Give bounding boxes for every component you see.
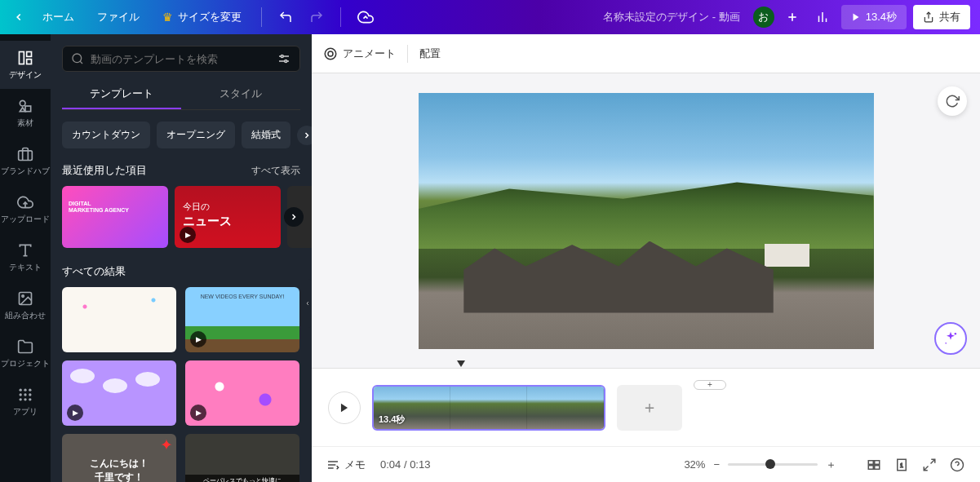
separator	[407, 45, 408, 63]
template-thumb[interactable]	[62, 287, 176, 352]
recent-row: ▶	[62, 186, 300, 248]
rail-brand[interactable]: ブランドハブ	[0, 137, 51, 185]
pill-countdown[interactable]: カウントダウン	[62, 122, 150, 148]
search-input[interactable]	[91, 53, 277, 65]
zoom-slider[interactable]	[728, 463, 818, 466]
topbar-right: 名称未設定のデザイン - 動画 お 13.4秒 共有	[603, 5, 970, 29]
page-view-button[interactable]: 1	[894, 457, 910, 473]
collapse-panel-button[interactable]	[303, 279, 312, 328]
row-next-button[interactable]	[284, 207, 304, 227]
document-title[interactable]: 名称未設定のデザイン - 動画	[603, 10, 740, 24]
timeline-track[interactable]: + 13.4秒 ＋	[312, 369, 980, 446]
redo-button[interactable]	[304, 5, 329, 29]
results-title: すべての結果	[62, 264, 126, 279]
recent-section-header: 最近使用した項目 すべて表示	[62, 163, 300, 178]
video-frame[interactable]	[419, 93, 874, 349]
svg-point-10	[20, 100, 25, 106]
pill-opening[interactable]: オープニング	[157, 122, 235, 148]
add-page-button[interactable]: ＋	[617, 385, 682, 431]
template-search[interactable]	[62, 46, 300, 72]
template-thumb[interactable]: ▶	[185, 287, 299, 352]
rail-label: アップロード	[1, 214, 50, 225]
svg-point-25	[20, 398, 22, 400]
preview-button[interactable]: 13.4秒	[841, 5, 907, 29]
rail-text[interactable]: テキスト	[0, 233, 51, 281]
rail-label: デザイン	[9, 69, 42, 81]
magic-button[interactable]	[934, 322, 967, 355]
share-icon	[923, 11, 934, 23]
timeline-play-button[interactable]	[328, 391, 361, 424]
canvas-area: アニメート 配置	[312, 34, 980, 482]
see-all-link[interactable]: すべて表示	[251, 164, 300, 178]
avatar[interactable]: お	[753, 7, 774, 28]
refresh-icon	[945, 94, 960, 108]
svg-point-18	[22, 295, 24, 298]
tab-styles[interactable]: スタイル	[181, 80, 300, 109]
category-pills: カウントダウン オープニング 結婚式	[62, 122, 300, 148]
rail-elements[interactable]: 素材	[0, 89, 51, 137]
file-menu[interactable]: ファイル	[89, 5, 148, 29]
zoom-in-button[interactable]: ＋	[826, 458, 836, 472]
templates-panel: テンプレート スタイル カウントダウン オープニング 結婚式 最近使用した項目 …	[51, 34, 312, 482]
add-scene-pill[interactable]: +	[694, 380, 726, 390]
home-link[interactable]: ホーム	[34, 5, 82, 29]
back-button[interactable]	[10, 8, 28, 26]
shapes-icon	[16, 97, 34, 115]
animate-button[interactable]: アニメート	[323, 46, 396, 61]
svg-point-37	[945, 343, 947, 344]
svg-point-32	[281, 55, 283, 58]
share-button[interactable]: 共有	[913, 5, 970, 29]
resize-button[interactable]: ♛ サイズを変更	[154, 5, 250, 29]
analytics-button[interactable]	[810, 5, 835, 29]
cloud-save-icon[interactable]	[353, 4, 379, 30]
filter-icon[interactable]	[277, 51, 291, 66]
svg-point-20	[24, 389, 26, 391]
grid-view-button[interactable]	[866, 457, 882, 473]
template-thumb[interactable]: ▶	[175, 186, 281, 248]
side-rail: デザイン 素材 ブランドハブ アップロード テキスト 組み合わせ プロジェクト	[0, 34, 51, 482]
rail-apps[interactable]: アプリ	[0, 378, 51, 426]
zoom-out-button[interactable]: −	[713, 458, 720, 471]
svg-point-28	[73, 54, 82, 63]
duration-label: 13.4秒	[866, 10, 897, 24]
undo-button[interactable]	[273, 5, 298, 29]
position-button[interactable]: 配置	[419, 46, 441, 61]
rail-design[interactable]: デザイン	[0, 41, 51, 89]
rail-label: アプリ	[13, 406, 38, 418]
main: デザイン 素材 ブランドハブ アップロード テキスト 組み合わせ プロジェクト	[0, 34, 980, 482]
pills-next-button[interactable]	[297, 126, 312, 145]
add-member-button[interactable]	[781, 6, 804, 29]
tab-templates[interactable]: テンプレート	[62, 80, 181, 109]
template-thumb[interactable]	[185, 434, 299, 482]
rail-projects[interactable]: プロジェクト	[0, 329, 51, 378]
svg-line-48	[931, 459, 935, 463]
playhead[interactable]	[457, 360, 465, 369]
rail-background[interactable]: 組み合わせ	[0, 281, 51, 329]
template-thumb[interactable]: ▶	[185, 360, 299, 426]
fullscreen-button[interactable]	[921, 457, 938, 473]
zoom-thumb[interactable]	[765, 459, 775, 469]
chevron-right-icon	[302, 130, 312, 140]
pill-wedding[interactable]: 結婚式	[242, 122, 290, 148]
view-controls: 1	[866, 457, 965, 473]
time-display: 0:04 / 0:13	[380, 458, 430, 471]
resize-label: サイズを変更	[178, 10, 242, 24]
help-button[interactable]	[949, 457, 965, 473]
rail-upload[interactable]: アップロード	[0, 185, 51, 233]
notes-button[interactable]: メモ	[326, 458, 366, 472]
zoom-value: 32%	[684, 458, 705, 471]
clip-frame	[527, 387, 604, 429]
regenerate-button[interactable]	[938, 86, 967, 116]
canvas[interactable]	[312, 73, 980, 368]
play-badge-icon: ▶	[180, 227, 196, 243]
scene-decoration	[765, 244, 810, 267]
apps-icon	[16, 386, 34, 404]
svg-rect-43	[875, 460, 880, 464]
template-thumb[interactable]	[62, 186, 168, 248]
svg-point-24	[29, 393, 31, 396]
template-thumb[interactable]: ▶	[62, 360, 176, 426]
template-thumb[interactable]: ✦	[62, 434, 176, 482]
rail-label: 組み合わせ	[5, 310, 46, 321]
svg-rect-9	[27, 60, 32, 64]
video-clip[interactable]: 13.4秒	[372, 385, 605, 431]
